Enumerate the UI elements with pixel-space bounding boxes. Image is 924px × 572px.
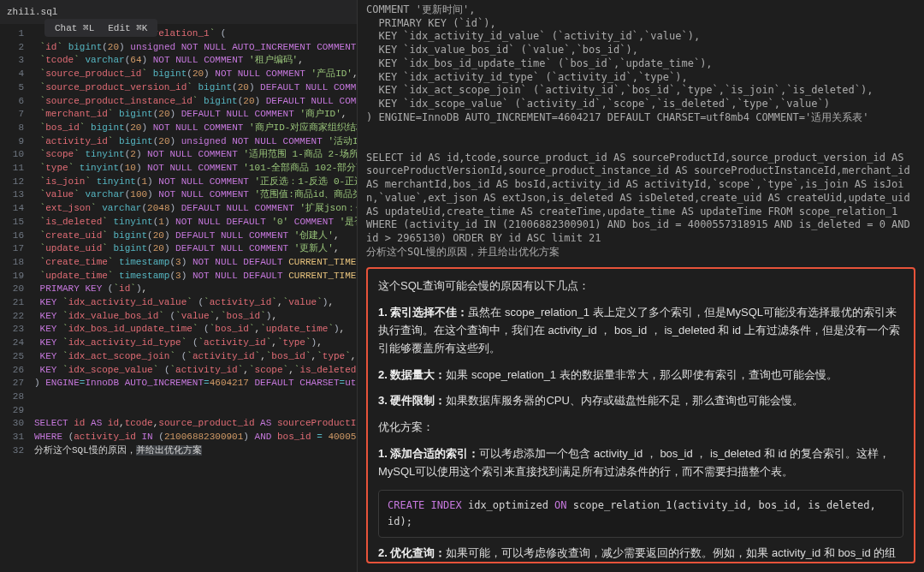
- line-gutter: 1234567891011121314151617181920212223242…: [0, 24, 31, 572]
- reason-1: 1. 索引选择不佳：虽然在 scope_relation_1 表上定义了多个索引…: [378, 304, 903, 357]
- edit-button[interactable]: Edit ⌘K: [104, 21, 151, 35]
- chat-panel: COMMENT '更新时间', PRIMARY KEY (`id`), KEY …: [358, 0, 924, 572]
- opt-1: 1. 添加合适的索引：可以考虑添加一个包含 activity_id ， bos_…: [378, 445, 903, 481]
- floating-toolbar: Chat ⌘L Edit ⌘K: [44, 19, 157, 37]
- editor-panel: zhili.sql Chat ⌘L Edit ⌘K 12345678910111…: [0, 0, 358, 572]
- reason-3: 3. 硬件限制：如果数据库服务器的CPU、内存或磁盘性能不足，那么查询也可能会慢…: [378, 392, 903, 410]
- chat-button[interactable]: Chat ⌘L: [51, 21, 98, 35]
- tab-filename[interactable]: zhili.sql: [7, 7, 57, 17]
- answer-intro: 这个SQL查询可能会慢的原因有以下几点：: [378, 277, 903, 295]
- context-block: COMMENT '更新时间', PRIMARY KEY (`id`), KEY …: [366, 0, 915, 267]
- reason-2: 2. 数据量大：如果 scope_relation_1 表的数据量非常大，那么即…: [378, 366, 903, 384]
- opt-2: 2. 优化查询：如果可能，可以考虑修改查询，减少需要返回的行数。例如，如果 ac…: [378, 545, 903, 563]
- answer-box: 这个SQL查询可能会慢的原因有以下几点： 1. 索引选择不佳：虽然在 scope…: [366, 267, 915, 563]
- code-editor[interactable]: 1234567891011121314151617181920212223242…: [0, 24, 357, 572]
- code-block[interactable]: CREATE INDEX idx_optimized ON scope_rela…: [378, 490, 903, 538]
- code-content[interactable]: relation_1` ( `id` bigint(20) unsigned N…: [31, 24, 357, 572]
- opt-heading: 优化方案：: [378, 419, 903, 437]
